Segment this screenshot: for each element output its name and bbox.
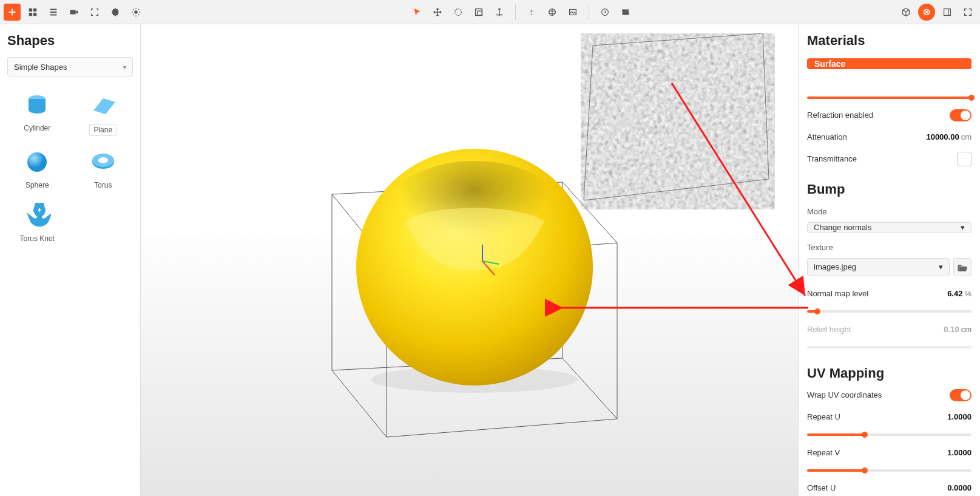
svg-point-18 [29,106,46,114]
materials-panel-title: Materials [807,33,972,49]
svg-rect-8 [475,8,482,15]
bump-mode-label: Mode [807,207,972,216]
bump-mode-select[interactable]: Change normals▾ [807,222,972,233]
scale-tool-icon[interactable] [470,4,487,21]
bump-section-title: Bump [807,182,972,197]
axis-gizmo [461,240,504,282]
shape-cylinder[interactable]: Cylinder [7,90,67,136]
list-icon[interactable] [45,4,62,21]
normal-map-value[interactable]: 6.42% [947,289,972,298]
shape-plane[interactable]: Plane [73,90,133,136]
svg-point-7 [455,8,461,15]
chevron-down-icon: ▾ [123,64,126,70]
top-slider[interactable] [807,97,972,99]
panel-icon[interactable] [939,4,956,21]
gear-icon[interactable] [107,4,124,21]
fullscreen-icon[interactable] [959,4,976,21]
attenuation-value[interactable]: 10000.00cm [926,132,972,141]
svg-rect-1 [33,8,36,11]
svg-rect-3 [33,12,36,15]
grid-icon[interactable] [24,4,41,21]
cylinder-icon [19,90,55,120]
repeat-v-label: Repeat V [807,448,840,457]
refraction-toggle[interactable] [950,109,972,121]
wrap-uv-toggle[interactable] [950,389,972,401]
torus-icon [85,147,121,177]
viewport-3d[interactable] [141,24,798,496]
top-toolbar [0,0,980,24]
materials-panel: Materials Surface Refraction enabled Att… [798,24,980,496]
svg-rect-4 [70,10,76,14]
transform-free-icon[interactable] [491,4,508,21]
cube-view-icon[interactable] [897,4,914,21]
svg-point-6 [134,10,137,13]
relief-height-label: Relief height [807,325,851,334]
texture-preview [581,33,775,209]
shape-torus[interactable]: Torus [73,147,133,189]
plane-icon [85,90,121,120]
folder-open-icon [958,263,967,271]
move-tool-icon[interactable] [429,4,446,21]
normal-map-label: Normal map level [807,289,868,298]
shape-sphere[interactable]: Sphere [7,147,67,189]
svg-point-23 [98,157,108,163]
bump-texture-label: Texture [807,243,972,252]
wrap-uv-label: Wrap UV coordinates [807,390,882,399]
shapes-panel: Shapes Simple Shapes ▾ Cylinder [0,24,141,496]
repeat-v-value[interactable]: 1.0000 [947,448,972,457]
brightness-icon[interactable] [127,4,144,21]
relief-height-slider [807,346,972,348]
transmittance-swatch[interactable] [957,152,972,166]
repeat-u-label: Repeat U [807,412,840,421]
camera-icon[interactable] [66,4,83,21]
bump-texture-select[interactable]: images.jpeg▾ [807,258,950,276]
clapperboard-icon[interactable] [617,4,634,21]
repeat-u-slider[interactable] [807,433,972,436]
svg-rect-15 [944,8,951,15]
repeat-u-value[interactable]: 1.0000 [947,412,972,421]
history-icon[interactable] [596,4,613,21]
svg-rect-12 [569,9,576,15]
svg-rect-9 [478,11,482,15]
transmittance-label: Transmittance [807,154,857,163]
repeat-v-slider[interactable] [807,469,972,472]
focus-frame-icon[interactable] [86,4,103,21]
offset-u-value[interactable]: 0.0000 [947,483,972,492]
normal-map-slider[interactable] [807,310,972,313]
svg-point-19 [27,152,47,172]
svg-rect-2 [29,12,32,15]
svg-rect-0 [29,8,32,11]
shape-torus-knot[interactable]: Torus Knot [7,200,67,243]
surface-tab[interactable]: Surface [807,58,972,69]
chevron-down-icon: ▾ [961,223,965,232]
world-icon[interactable] [544,4,561,21]
sphere-icon [19,147,55,177]
pivot-icon[interactable] [523,4,540,21]
image-icon[interactable] [564,4,581,21]
offset-u-label: Offset U [807,483,836,492]
open-texture-button[interactable] [953,258,972,276]
torus-knot-icon [19,200,55,231]
shape-category-select[interactable]: Simple Shapes ▾ [7,57,133,76]
chevron-down-icon: ▾ [939,262,943,271]
add-icon[interactable] [4,4,21,21]
uv-section-title: UV Mapping [807,365,972,381]
refraction-enabled-label: Refraction enabled [807,110,873,120]
rotate-tool-icon[interactable] [450,4,467,21]
relief-height-value: 0.10cm [944,325,972,334]
attenuation-label: Attenuation [807,132,847,141]
material-view-icon[interactable] [918,4,935,21]
select-tool-icon[interactable] [408,4,425,21]
shapes-panel-title: Shapes [7,33,133,49]
